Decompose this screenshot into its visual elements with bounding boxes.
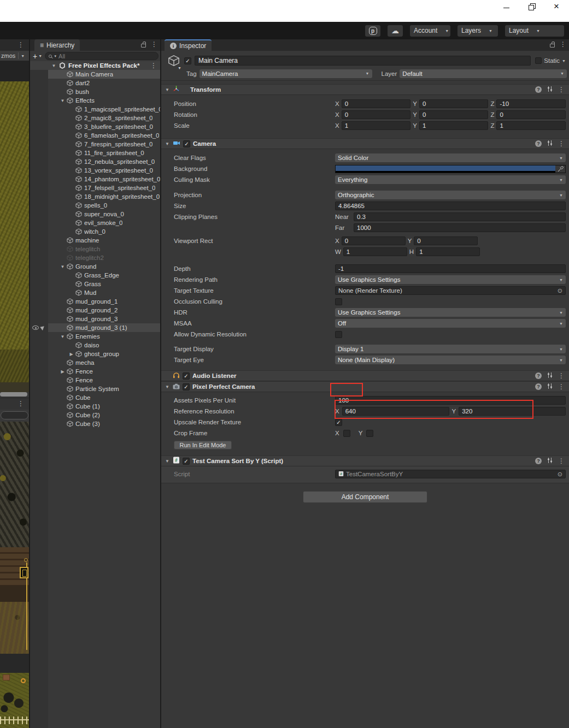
hierarchy-item[interactable]: Grass [48, 280, 160, 288]
hierarchy-item[interactable]: Cube (1) [48, 402, 160, 411]
viewport-x-field[interactable]: 0 [342, 236, 406, 245]
hierarchy-item[interactable]: 12_nebula_spritesheet_0 [48, 157, 160, 166]
hierarchy-item[interactable]: Main Camera [48, 70, 160, 79]
camera-component-header[interactable]: ▼ Camera ? ⋮ [161, 138, 569, 149]
hierarchy-item[interactable]: ▼Effects [48, 96, 160, 105]
rotation-z-field[interactable]: 0 [496, 110, 566, 119]
hierarchy-item[interactable]: Fence [48, 376, 160, 384]
hierarchy-item[interactable]: 17_felspell_spritesheet_0 [48, 184, 160, 192]
hierarchy-item[interactable]: daiso [48, 341, 160, 350]
foldout-open-icon[interactable]: ▼ [165, 141, 170, 146]
hierarchy-item[interactable]: mud_ground_2 [48, 306, 160, 315]
target-eye-dropdown[interactable]: None (Main Display)▼ [335, 356, 566, 364]
static-toggle[interactable]: Static ▼ [535, 57, 566, 64]
foldout-open-icon[interactable]: ▼ [59, 98, 66, 103]
hierarchy-item[interactable]: 3_bluefire_spritesheet_0 [48, 122, 160, 131]
viewport-y-field[interactable]: 0 [414, 236, 478, 245]
foldout-open-icon[interactable]: ▼ [59, 264, 66, 269]
hierarchy-item[interactable]: 13_vortex_spritesheet_0 [48, 166, 160, 175]
msaa-dropdown[interactable]: Off▼ [335, 319, 566, 328]
hierarchy-item[interactable]: 18_midnight_spritesheet_0 [48, 192, 160, 201]
clear-flags-dropdown[interactable]: Solid Color▼ [335, 153, 566, 162]
hierarchy-item[interactable]: Cube (2) [48, 411, 160, 419]
scene-header-row[interactable]: ▼ Free Pixel Effects Pack* ⋮ [30, 61, 160, 70]
close-button[interactable]: × [544, 0, 569, 12]
camera-enabled-checkbox[interactable] [183, 140, 190, 147]
restore-button[interactable] [519, 0, 544, 12]
target-texture-field[interactable]: None (Render Texture)⊙ [335, 286, 566, 295]
rotation-x-field[interactable]: 0 [342, 110, 411, 119]
hierarchy-item[interactable]: ▼Enemies [48, 332, 160, 341]
cloud-button[interactable]: ☁ [388, 25, 403, 37]
viewport-h-field[interactable]: 1 [416, 247, 480, 256]
layer-dropdown[interactable]: Default▼ [400, 69, 567, 78]
hierarchy-item[interactable]: dart2 [48, 79, 160, 87]
hierarchy-item[interactable]: 2_magic8_spritesheet_0 [48, 114, 160, 122]
scale-x-field[interactable]: 1 [342, 121, 411, 130]
near-field[interactable]: 0.3 [354, 212, 566, 221]
account-dropdown[interactable]: Account▼ [410, 25, 450, 37]
allow-dynamic-resolution-checkbox[interactable] [335, 331, 342, 338]
hierarchy-item[interactable]: mud_ground_3 (1) [48, 323, 160, 332]
hierarchy-item[interactable]: 11_fire_spritesheet_0 [48, 149, 160, 157]
hierarchy-item[interactable]: witch_0 [48, 227, 160, 236]
kebab-menu-icon[interactable]: ⋮ [558, 140, 565, 147]
far-field[interactable]: 1000 [354, 223, 566, 232]
lock-icon[interactable] [550, 44, 555, 48]
viewport-w-field[interactable]: 1 [343, 247, 407, 256]
run-in-edit-mode-button[interactable]: Run In Edit Mode [174, 441, 232, 449]
presets-icon[interactable] [547, 139, 553, 149]
script-component-header[interactable]: ▼ # Test Camera Sort By Y (Script) ? ⋮ [161, 455, 569, 466]
kebab-menu-icon[interactable]: ⋮ [17, 400, 24, 407]
hierarchy-item[interactable]: 14_phantom_spritesheet_0 [48, 175, 160, 184]
target-display-dropdown[interactable]: Display 1▼ [335, 345, 566, 353]
minimize-button[interactable] [494, 0, 519, 12]
hierarchy-item[interactable]: 1_magicspell_spritesheet_0 [48, 105, 160, 114]
foldout-open-icon[interactable]: ▼ [165, 459, 170, 464]
hierarchy-item[interactable]: mud_ground_1 [48, 297, 160, 306]
rotation-y-field[interactable]: 0 [419, 110, 489, 119]
kebab-menu-icon[interactable]: ⋮ [558, 383, 565, 390]
hierarchy-item[interactable]: Mud [48, 288, 160, 297]
plastic-scm-button[interactable]: p [365, 25, 380, 37]
foldout-closed-icon[interactable]: ▶ [59, 369, 66, 374]
help-icon[interactable]: ? [535, 458, 542, 464]
script-enabled-checkbox[interactable] [183, 458, 190, 465]
size-field[interactable]: 4.864865 [335, 202, 566, 210]
scrollbar-handle[interactable] [0, 392, 27, 396]
kebab-menu-icon[interactable]: ⋮ [151, 41, 157, 48]
hierarchy-item[interactable]: Grass_Edge [48, 271, 160, 280]
rendering-path-dropdown[interactable]: Use Graphics Settings▼ [335, 275, 566, 284]
hierarchy-search-input[interactable]: ▼ All [45, 52, 159, 60]
foldout-open-icon[interactable]: ▼ [50, 63, 57, 68]
foldout-closed-icon[interactable]: ▶ [68, 352, 75, 357]
projection-dropdown[interactable]: Orthographic▼ [335, 191, 566, 199]
hierarchy-item[interactable]: 6_flamelash_spritesheet_0 [48, 131, 160, 140]
hierarchy-item[interactable]: teleglitch2 [48, 253, 160, 262]
gameobject-cube-icon[interactable]: ▼ [167, 55, 181, 67]
create-object-button[interactable]: +▼ [32, 52, 43, 61]
reference-resolution-x-field[interactable]: 640 [342, 407, 449, 416]
help-icon[interactable]: ? [535, 372, 542, 379]
hierarchy-item[interactable]: mud_ground_3 [48, 315, 160, 323]
hierarchy-item[interactable]: machine [48, 236, 160, 245]
foldout-open-icon[interactable]: ▼ [165, 87, 170, 92]
tab-inspector[interactable]: i Inspector [165, 39, 212, 51]
foldout-open-icon[interactable]: ▼ [165, 384, 170, 389]
hierarchy-item[interactable]: super_nova_0 [48, 210, 160, 218]
tag-dropdown[interactable]: MainCamera▼ [200, 69, 372, 78]
hierarchy-item[interactable]: mecha [48, 358, 160, 367]
hierarchy-item[interactable]: spells_0 [48, 201, 160, 210]
position-y-field[interactable]: 0 [419, 99, 489, 108]
hierarchy-item[interactable]: bush [48, 87, 160, 96]
eyedropper-icon[interactable] [555, 165, 565, 173]
scale-y-field[interactable]: 1 [419, 121, 489, 130]
help-icon[interactable]: ? [535, 86, 542, 93]
kebab-menu-icon[interactable]: ⋮ [17, 42, 24, 48]
hierarchy-item[interactable]: ▶ghost_group [48, 350, 160, 358]
position-z-field[interactable]: -10 [496, 99, 566, 108]
hierarchy-item[interactable]: teleglitch [48, 245, 160, 253]
position-x-field[interactable]: 0 [342, 99, 411, 108]
kebab-menu-icon[interactable]: ⋮ [150, 62, 157, 69]
hierarchy-item[interactable]: evil_smoke_0 [48, 218, 160, 227]
